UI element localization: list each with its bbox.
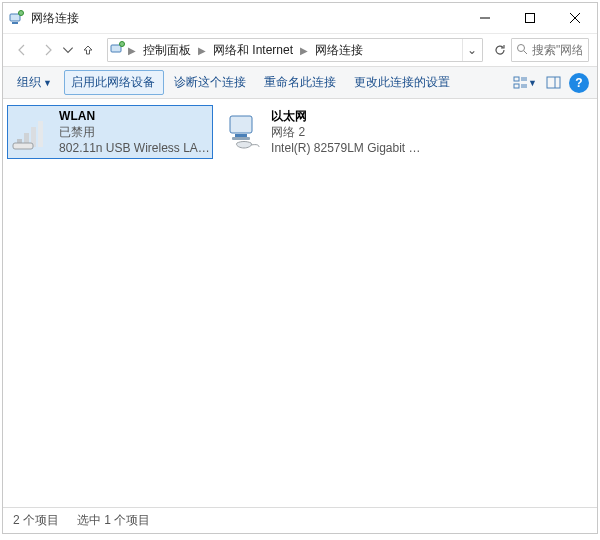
svg-rect-9 — [547, 77, 560, 88]
back-button[interactable] — [9, 37, 35, 63]
help-label: ? — [575, 76, 582, 90]
item-count: 2 个项目 — [13, 512, 59, 529]
command-bar: 组织 ▼ 启用此网络设备 诊断这个连接 重命名此连接 更改此连接的设置 ▼ — [3, 67, 597, 99]
svg-rect-4 — [111, 45, 121, 52]
connection-tile-wlan[interactable]: WLAN 已禁用 802.11n USB Wireless LAN Card — [7, 105, 213, 159]
status-bar: 2 个项目 选中 1 个项目 — [3, 507, 597, 533]
connection-name: WLAN — [59, 108, 210, 124]
window-frame: 网络连接 — [2, 2, 598, 534]
search-icon — [516, 43, 528, 58]
connection-status: 已禁用 — [59, 124, 210, 140]
minimize-button[interactable] — [462, 3, 507, 33]
svg-point-5 — [120, 41, 125, 46]
address-bar[interactable]: ▶ 控制面板 ▶ 网络和 Internet ▶ 网络连接 ⌄ — [107, 38, 483, 62]
organize-button[interactable]: 组织 ▼ — [11, 71, 60, 94]
svg-rect-13 — [38, 121, 43, 147]
refresh-button[interactable] — [489, 37, 511, 63]
enable-device-button[interactable]: 启用此网络设备 — [64, 70, 164, 95]
organize-label: 组织 — [17, 74, 41, 91]
chevron-right-icon[interactable]: ▶ — [298, 45, 310, 56]
view-options-button[interactable]: ▼ — [513, 71, 537, 95]
enable-label: 启用此网络设备 — [71, 74, 155, 91]
nav-bar: ▶ 控制面板 ▶ 网络和 Internet ▶ 网络连接 ⌄ — [3, 33, 597, 67]
svg-rect-8 — [514, 84, 519, 88]
svg-rect-0 — [10, 14, 20, 21]
wifi-disabled-icon — [10, 108, 53, 156]
connection-status: 网络 2 — [271, 124, 422, 140]
window-title: 网络连接 — [25, 10, 462, 27]
svg-rect-14 — [13, 143, 33, 149]
connection-device: 802.11n USB Wireless LAN Card — [59, 140, 210, 156]
connection-name: 以太网 — [271, 108, 422, 124]
svg-point-6 — [518, 44, 525, 51]
breadcrumb-segment[interactable]: 网络连接 — [310, 42, 368, 59]
recent-locations-dropdown[interactable] — [61, 37, 75, 63]
svg-rect-15 — [230, 116, 252, 133]
forward-button[interactable] — [35, 37, 61, 63]
maximize-button[interactable] — [507, 3, 552, 33]
svg-rect-3 — [525, 14, 534, 23]
svg-rect-7 — [514, 77, 519, 81]
network-location-icon — [110, 41, 126, 60]
breadcrumb-segment[interactable]: 网络和 Internet — [208, 42, 298, 59]
connection-device: Intel(R) 82579LM Gigabit Netw... — [271, 140, 422, 156]
help-button[interactable]: ? — [569, 73, 589, 93]
svg-rect-17 — [232, 137, 250, 140]
breadcrumb-segment[interactable]: 控制面板 — [138, 42, 196, 59]
tile-text: 以太网 网络 2 Intel(R) 82579LM Gigabit Netw..… — [271, 108, 422, 156]
chevron-down-icon: ▼ — [43, 78, 52, 88]
connection-settings-button[interactable]: 更改此连接的设置 — [348, 71, 458, 94]
chevron-down-icon: ▼ — [528, 78, 537, 88]
svg-rect-16 — [235, 134, 247, 137]
diagnose-button[interactable]: 诊断这个连接 — [168, 71, 254, 94]
chevron-right-icon[interactable]: ▶ — [196, 45, 208, 56]
svg-point-2 — [19, 11, 24, 16]
content-area[interactable]: WLAN 已禁用 802.11n USB Wireless LAN Card 以… — [3, 99, 597, 507]
search-input[interactable] — [528, 42, 584, 58]
diagnose-label: 诊断这个连接 — [174, 74, 246, 91]
app-icon — [9, 10, 25, 26]
settings-label: 更改此连接的设置 — [354, 74, 450, 91]
svg-rect-1 — [12, 22, 18, 24]
up-button[interactable] — [75, 37, 101, 63]
connection-tile-ethernet[interactable]: 以太网 网络 2 Intel(R) 82579LM Gigabit Netw..… — [219, 105, 425, 159]
titlebar: 网络连接 — [3, 3, 597, 33]
close-button[interactable] — [552, 3, 597, 33]
preview-pane-button[interactable] — [541, 71, 565, 95]
address-dropdown[interactable]: ⌄ — [462, 39, 480, 61]
search-box[interactable] — [511, 38, 589, 62]
chevron-right-icon[interactable]: ▶ — [126, 45, 138, 56]
selected-count: 选中 1 个项目 — [77, 512, 150, 529]
rename-button[interactable]: 重命名此连接 — [258, 71, 344, 94]
rename-label: 重命名此连接 — [264, 74, 336, 91]
ethernet-icon — [222, 108, 265, 156]
tile-text: WLAN 已禁用 802.11n USB Wireless LAN Card — [59, 108, 210, 156]
